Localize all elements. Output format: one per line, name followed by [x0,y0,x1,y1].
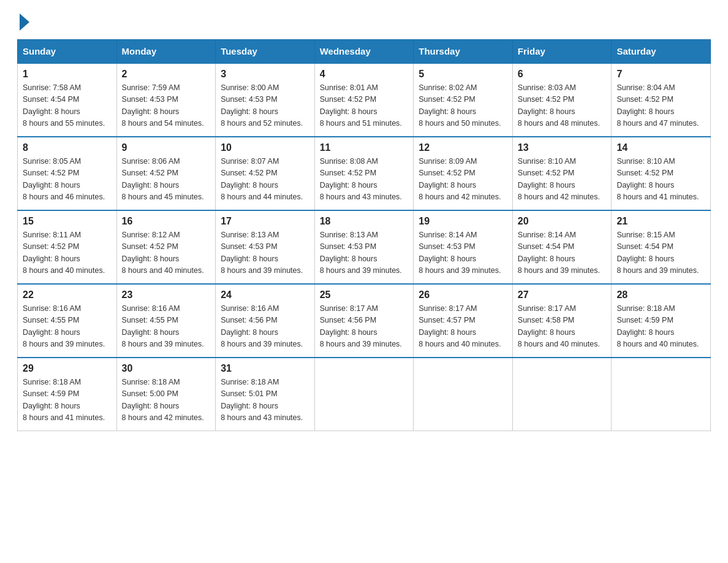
day-number: 12 [419,142,507,153]
day-number: 1 [23,69,112,80]
day-info: Sunrise: 8:10 AMSunset: 4:52 PMDaylight:… [518,157,600,201]
calendar-cell [414,358,513,431]
day-info: Sunrise: 8:13 AMSunset: 4:53 PMDaylight:… [320,231,402,275]
day-info: Sunrise: 7:58 AMSunset: 4:54 PMDaylight:… [23,83,105,128]
calendar-cell: 30 Sunrise: 8:18 AMSunset: 5:00 PMDaylig… [116,358,216,431]
calendar-cell [612,358,711,431]
day-info: Sunrise: 8:05 AMSunset: 4:52 PMDaylight:… [23,157,105,201]
calendar-cell: 24 Sunrise: 8:16 AMSunset: 4:56 PMDaylig… [216,284,315,358]
day-info: Sunrise: 8:08 AMSunset: 4:52 PMDaylight:… [320,157,402,201]
week-row-3: 15 Sunrise: 8:11 AMSunset: 4:52 PMDaylig… [18,210,711,284]
day-info: Sunrise: 8:18 AMSunset: 5:00 PMDaylight:… [122,378,204,422]
calendar-cell: 7 Sunrise: 8:04 AMSunset: 4:52 PMDayligh… [612,63,711,137]
day-number: 25 [320,289,409,301]
calendar-cell [314,358,414,431]
calendar-cell: 9 Sunrise: 8:06 AMSunset: 4:52 PMDayligh… [116,137,216,210]
day-info: Sunrise: 8:14 AMSunset: 4:54 PMDaylight:… [518,231,600,275]
calendar-cell: 21 Sunrise: 8:15 AMSunset: 4:54 PMDaylig… [612,210,711,284]
calendar-cell: 3 Sunrise: 8:00 AMSunset: 4:53 PMDayligh… [216,63,315,137]
week-row-5: 29 Sunrise: 8:18 AMSunset: 4:59 PMDaylig… [18,358,711,431]
day-info: Sunrise: 8:18 AMSunset: 4:59 PMDaylight:… [616,304,699,348]
calendar-cell: 14 Sunrise: 8:10 AMSunset: 4:52 PMDaylig… [612,137,711,210]
day-info: Sunrise: 8:18 AMSunset: 4:59 PMDaylight:… [23,378,105,422]
day-number: 31 [221,363,309,374]
logo-arrow-icon [20,13,29,31]
calendar-cell: 2 Sunrise: 7:59 AMSunset: 4:53 PMDayligh… [116,63,216,137]
day-number: 20 [518,216,607,227]
weekday-header-row: SundayMondayTuesdayWednesdayThursdayFrid… [18,40,711,64]
day-number: 7 [616,69,705,80]
day-info: Sunrise: 8:06 AMSunset: 4:52 PMDaylight:… [122,157,204,201]
weekday-header-monday: Monday [116,40,216,64]
day-number: 26 [419,289,507,301]
calendar-cell: 26 Sunrise: 8:17 AMSunset: 4:57 PMDaylig… [414,284,513,358]
day-number: 29 [23,363,112,374]
day-info: Sunrise: 8:07 AMSunset: 4:52 PMDaylight:… [221,157,303,201]
day-info: Sunrise: 8:02 AMSunset: 4:52 PMDaylight:… [419,83,501,128]
day-info: Sunrise: 8:04 AMSunset: 4:52 PMDaylight:… [616,83,699,128]
day-number: 18 [320,216,409,227]
day-number: 23 [122,289,211,301]
weekday-header-wednesday: Wednesday [314,40,414,64]
day-info: Sunrise: 8:17 AMSunset: 4:56 PMDaylight:… [320,304,402,348]
day-number: 11 [320,142,409,153]
day-number: 19 [419,216,507,227]
day-info: Sunrise: 8:10 AMSunset: 4:52 PMDaylight:… [616,157,699,201]
day-info: Sunrise: 8:09 AMSunset: 4:52 PMDaylight:… [419,157,501,201]
day-info: Sunrise: 8:13 AMSunset: 4:53 PMDaylight:… [221,231,303,275]
day-info: Sunrise: 8:14 AMSunset: 4:53 PMDaylight:… [419,231,501,275]
day-number: 13 [518,142,607,153]
day-number: 5 [419,69,507,80]
day-number: 9 [122,142,211,153]
day-info: Sunrise: 8:17 AMSunset: 4:57 PMDaylight:… [419,304,501,348]
calendar-cell: 11 Sunrise: 8:08 AMSunset: 4:52 PMDaylig… [314,137,414,210]
calendar-body: 1 Sunrise: 7:58 AMSunset: 4:54 PMDayligh… [18,63,711,431]
day-info: Sunrise: 7:59 AMSunset: 4:53 PMDaylight:… [122,83,204,128]
day-number: 6 [518,69,607,80]
day-number: 17 [221,216,309,227]
day-number: 27 [518,289,607,301]
calendar-table: SundayMondayTuesdayWednesdayThursdayFrid… [17,39,711,431]
day-info: Sunrise: 8:17 AMSunset: 4:58 PMDaylight:… [518,304,600,348]
calendar-header: SundayMondayTuesdayWednesdayThursdayFrid… [18,40,711,64]
calendar-cell: 19 Sunrise: 8:14 AMSunset: 4:53 PMDaylig… [414,210,513,284]
day-info: Sunrise: 8:18 AMSunset: 5:01 PMDaylight:… [221,378,303,422]
calendar-cell: 5 Sunrise: 8:02 AMSunset: 4:52 PMDayligh… [414,63,513,137]
calendar-cell: 20 Sunrise: 8:14 AMSunset: 4:54 PMDaylig… [512,210,612,284]
calendar-cell: 4 Sunrise: 8:01 AMSunset: 4:52 PMDayligh… [314,63,414,137]
calendar-cell: 17 Sunrise: 8:13 AMSunset: 4:53 PMDaylig… [216,210,315,284]
day-number: 16 [122,216,211,227]
day-number: 3 [221,69,309,80]
weekday-header-tuesday: Tuesday [216,40,315,64]
calendar-cell: 31 Sunrise: 8:18 AMSunset: 5:01 PMDaylig… [216,358,315,431]
day-info: Sunrise: 8:12 AMSunset: 4:52 PMDaylight:… [122,231,204,275]
day-info: Sunrise: 8:16 AMSunset: 4:55 PMDaylight:… [23,304,105,348]
calendar-cell: 13 Sunrise: 8:10 AMSunset: 4:52 PMDaylig… [512,137,612,210]
calendar-cell: 28 Sunrise: 8:18 AMSunset: 4:59 PMDaylig… [612,284,711,358]
day-info: Sunrise: 8:03 AMSunset: 4:52 PMDaylight:… [518,83,600,128]
calendar-cell: 10 Sunrise: 8:07 AMSunset: 4:52 PMDaylig… [216,137,315,210]
day-info: Sunrise: 8:11 AMSunset: 4:52 PMDaylight:… [23,231,105,275]
calendar-cell: 1 Sunrise: 7:58 AMSunset: 4:54 PMDayligh… [18,63,117,137]
calendar-cell: 25 Sunrise: 8:17 AMSunset: 4:56 PMDaylig… [314,284,414,358]
day-info: Sunrise: 8:16 AMSunset: 4:55 PMDaylight:… [122,304,204,348]
day-number: 24 [221,289,309,301]
calendar-cell: 12 Sunrise: 8:09 AMSunset: 4:52 PMDaylig… [414,137,513,210]
day-number: 28 [616,289,705,301]
weekday-header-saturday: Saturday [612,40,711,64]
logo [17,15,29,28]
day-number: 10 [221,142,309,153]
day-number: 21 [616,216,705,227]
day-info: Sunrise: 8:15 AMSunset: 4:54 PMDaylight:… [616,231,699,275]
day-number: 15 [23,216,112,227]
calendar-cell: 18 Sunrise: 8:13 AMSunset: 4:53 PMDaylig… [314,210,414,284]
calendar-cell: 15 Sunrise: 8:11 AMSunset: 4:52 PMDaylig… [18,210,117,284]
day-number: 14 [616,142,705,153]
weekday-header-sunday: Sunday [18,40,117,64]
calendar-cell: 8 Sunrise: 8:05 AMSunset: 4:52 PMDayligh… [18,137,117,210]
day-number: 4 [320,69,409,80]
day-info: Sunrise: 8:01 AMSunset: 4:52 PMDaylight:… [320,83,402,128]
calendar-cell: 29 Sunrise: 8:18 AMSunset: 4:59 PMDaylig… [18,358,117,431]
calendar-cell: 16 Sunrise: 8:12 AMSunset: 4:52 PMDaylig… [116,210,216,284]
weekday-header-thursday: Thursday [414,40,513,64]
